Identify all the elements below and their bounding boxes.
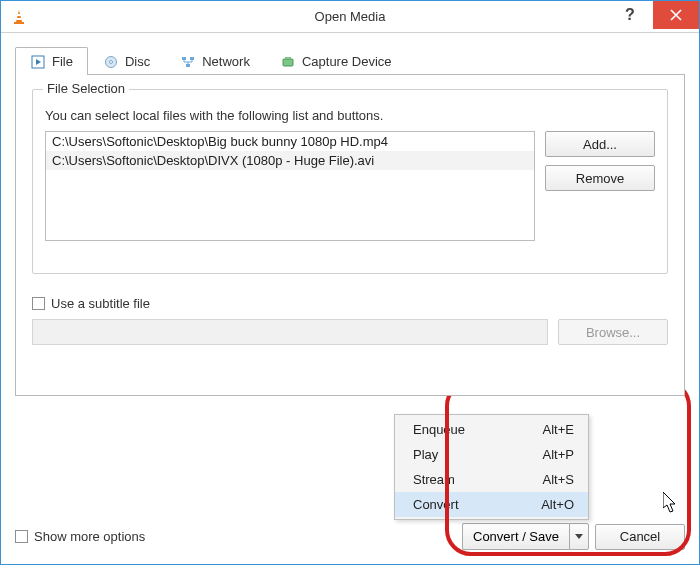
close-button[interactable]: [653, 1, 699, 29]
menu-item-shortcut: Alt+S: [543, 472, 574, 487]
cancel-button[interactable]: Cancel: [595, 524, 685, 550]
menu-item-label: Stream: [413, 472, 455, 487]
file-selection-help: You can select local files with the foll…: [45, 108, 655, 123]
show-more-label: Show more options: [34, 529, 145, 544]
group-legend: File Selection: [43, 81, 129, 96]
menu-item-label: Enqueue: [413, 422, 465, 437]
dialog-footer: Show more options Enqueue Alt+E Play Alt…: [15, 523, 685, 550]
menu-item-play[interactable]: Play Alt+P: [395, 442, 588, 467]
client-area: File Disc Network Capture Device: [1, 33, 699, 564]
menu-item-stream[interactable]: Stream Alt+S: [395, 467, 588, 492]
svg-marker-13: [575, 534, 583, 539]
menu-item-convert[interactable]: Convert Alt+O: [395, 492, 588, 517]
menu-item-label: Play: [413, 447, 438, 462]
svg-rect-10: [186, 64, 190, 67]
convert-save-menu: Enqueue Alt+E Play Alt+P Stream Alt+S Co…: [394, 414, 589, 520]
list-item[interactable]: C:\Users\Softonic\Desktop\DIVX (1080p - …: [46, 151, 534, 170]
tabstrip: File Disc Network Capture Device: [15, 45, 685, 75]
svg-rect-12: [285, 57, 291, 59]
disc-icon: [103, 54, 119, 70]
browse-button: Browse...: [558, 319, 668, 345]
list-item[interactable]: C:\Users\Softonic\Desktop\Big buck bunny…: [46, 132, 534, 151]
tab-capture[interactable]: Capture Device: [265, 47, 407, 75]
menu-item-enqueue[interactable]: Enqueue Alt+E: [395, 417, 588, 442]
svg-rect-8: [182, 57, 186, 60]
svg-marker-5: [36, 59, 41, 65]
svg-rect-11: [283, 59, 293, 66]
svg-rect-3: [14, 22, 24, 24]
chevron-down-icon: [575, 534, 583, 539]
convert-save-dropdown[interactable]: [569, 523, 589, 550]
file-play-icon: [30, 54, 46, 70]
tab-network[interactable]: Network: [165, 47, 265, 75]
svg-rect-2: [16, 18, 21, 20]
show-more-checkbox[interactable]: [15, 530, 28, 543]
menu-item-shortcut: Alt+P: [543, 447, 574, 462]
window-title: Open Media: [1, 9, 699, 24]
subtitle-checkbox[interactable]: [32, 297, 45, 310]
convert-save-button[interactable]: Convert / Save: [462, 523, 589, 550]
tab-label: Disc: [125, 54, 150, 69]
action-buttons: Enqueue Alt+E Play Alt+P Stream Alt+S Co…: [462, 523, 685, 550]
vlc-cone-icon: [9, 7, 29, 27]
menu-item-shortcut: Alt+E: [543, 422, 574, 437]
tab-page-file: File Selection You can select local file…: [15, 74, 685, 396]
convert-save-main[interactable]: Convert / Save: [462, 523, 569, 550]
file-selection-group: File Selection You can select local file…: [32, 89, 668, 274]
svg-rect-1: [17, 14, 21, 16]
network-icon: [180, 54, 196, 70]
remove-button[interactable]: Remove: [545, 165, 655, 191]
window-buttons: ?: [607, 1, 699, 29]
subtitle-checkbox-label: Use a subtitle file: [51, 296, 150, 311]
titlebar: Open Media ?: [1, 1, 699, 33]
menu-item-label: Convert: [413, 497, 459, 512]
tab-disc[interactable]: Disc: [88, 47, 165, 75]
subtitle-section: Use a subtitle file Browse...: [32, 296, 668, 345]
add-button[interactable]: Add...: [545, 131, 655, 157]
tab-label: Capture Device: [302, 54, 392, 69]
svg-rect-9: [190, 57, 194, 60]
tab-file[interactable]: File: [15, 47, 88, 75]
open-media-dialog: Open Media ? File Disc: [0, 0, 700, 565]
tab-label: File: [52, 54, 73, 69]
capture-device-icon: [280, 54, 296, 70]
menu-item-shortcut: Alt+O: [541, 497, 574, 512]
help-button[interactable]: ?: [607, 1, 653, 29]
subtitle-path-input: [32, 319, 548, 345]
tab-label: Network: [202, 54, 250, 69]
svg-point-7: [109, 60, 112, 63]
file-list[interactable]: C:\Users\Softonic\Desktop\Big buck bunny…: [45, 131, 535, 241]
